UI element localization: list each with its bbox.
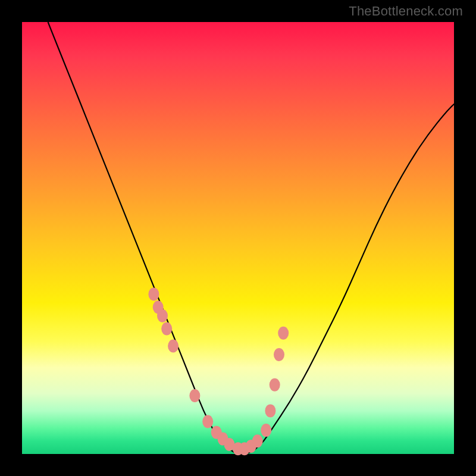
highlight-dot bbox=[274, 348, 284, 361]
highlight-dot bbox=[148, 287, 159, 300]
highlight-dot bbox=[261, 424, 271, 437]
highlight-dot bbox=[278, 327, 289, 340]
highlight-dot bbox=[265, 404, 275, 417]
plot-area bbox=[22, 22, 454, 454]
watermark-text: TheBottleneck.com bbox=[349, 4, 463, 19]
bottleneck-curve bbox=[48, 22, 454, 454]
highlight-dot bbox=[168, 340, 178, 353]
chart-frame: TheBottleneck.com bbox=[0, 0, 476, 476]
highlight-dot bbox=[157, 309, 168, 322]
highlight-dot bbox=[252, 434, 263, 447]
highlight-dot bbox=[189, 389, 200, 402]
highlight-dot bbox=[202, 415, 213, 428]
highlight-dot bbox=[161, 322, 172, 336]
highlight-dot bbox=[270, 378, 280, 392]
curve-layer bbox=[22, 22, 454, 454]
highlight-dots bbox=[148, 287, 289, 455]
